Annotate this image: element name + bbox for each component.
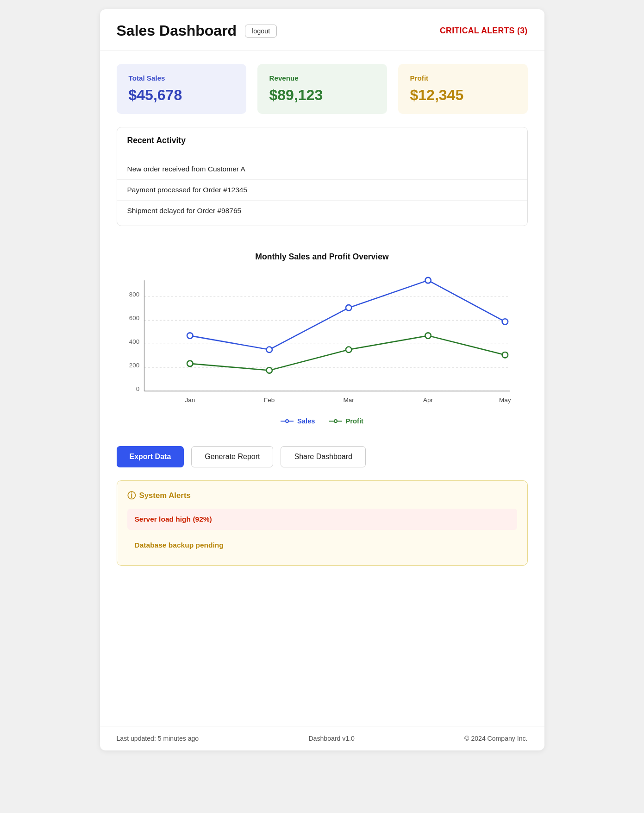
kpi-card-total-sales: Total Sales $45,678 [117, 64, 246, 114]
alert-row-1: Database backup pending [127, 535, 517, 556]
svg-point-25 [425, 333, 431, 338]
legend-sales: Sales [281, 417, 315, 425]
kpi-section: Total Sales $45,678 Revenue $89,123 Prof… [100, 51, 544, 127]
svg-text:Apr: Apr [423, 397, 433, 403]
page-wrapper: Sales Dashboard logout CRITICAL ALERTS (… [100, 9, 544, 750]
buttons-section: Export Data Generate Report Share Dashbo… [100, 446, 544, 480]
system-alerts-header: ⓘ System Alerts [127, 490, 517, 501]
legend-profit-line [329, 421, 342, 422]
chart-legend: Sales Profit [125, 417, 519, 425]
logout-button[interactable]: logout [245, 25, 277, 38]
svg-text:800: 800 [129, 291, 139, 298]
kpi-card-revenue: Revenue $89,123 [257, 64, 387, 114]
legend-profit: Profit [329, 417, 363, 425]
kpi-card-profit: Profit $12,345 [398, 64, 528, 114]
legend-sales-dot [285, 419, 289, 423]
alert-row-0: Server load high (92%) [127, 509, 517, 530]
svg-text:Mar: Mar [343, 397, 354, 403]
footer-last-updated: Last updated: 5 minutes ago [117, 735, 199, 742]
chart-section: Monthly Sales and Profit Overview 0 200 … [117, 239, 528, 433]
activity-item-1: Payment processed for Order #12345 [117, 180, 527, 201]
svg-text:May: May [499, 397, 511, 403]
header-left: Sales Dashboard logout [117, 22, 277, 39]
chart-container: 0 200 400 600 800 Jan Feb M [125, 271, 519, 410]
svg-text:200: 200 [129, 362, 139, 369]
critical-alerts-badge: CRITICAL ALERTS (3) [440, 26, 527, 36]
svg-point-20 [425, 277, 431, 283]
recent-activity-section: Recent Activity New order received from … [117, 127, 528, 226]
share-dashboard-button[interactable]: Share Dashboard [281, 446, 365, 467]
kpi-label-revenue: Revenue [269, 74, 375, 82]
svg-text:Jan: Jan [185, 397, 195, 403]
recent-activity-title: Recent Activity [117, 127, 527, 154]
footer-version: Dashboard v1.0 [308, 735, 354, 742]
kpi-label-total-sales: Total Sales [129, 74, 234, 82]
export-data-button[interactable]: Export Data [117, 446, 184, 467]
generate-report-button[interactable]: Generate Report [191, 446, 273, 467]
svg-point-19 [345, 305, 351, 310]
footer-copyright: © 2024 Company Inc. [464, 735, 527, 742]
activity-list: New order received from Customer A Payme… [117, 154, 527, 226]
svg-point-22 [187, 361, 193, 366]
kpi-label-profit: Profit [410, 74, 516, 82]
legend-sales-line [281, 421, 294, 422]
svg-point-23 [266, 367, 272, 373]
kpi-value-revenue: $89,123 [269, 87, 375, 104]
svg-text:0: 0 [136, 385, 139, 392]
alert-icon: ⓘ [127, 490, 136, 501]
kpi-value-profit: $12,345 [410, 87, 516, 104]
activity-item-2: Shipment delayed for Order #98765 [117, 201, 527, 221]
system-alerts-title: System Alerts [139, 491, 191, 500]
legend-profit-label: Profit [346, 417, 363, 425]
svg-point-24 [345, 347, 351, 353]
system-alerts-section: ⓘ System Alerts Server load high (92%) D… [117, 480, 528, 566]
kpi-value-total-sales: $45,678 [129, 87, 234, 104]
legend-profit-dot [334, 419, 338, 423]
header: Sales Dashboard logout CRITICAL ALERTS (… [100, 9, 544, 51]
page-title: Sales Dashboard [117, 22, 237, 39]
svg-point-26 [502, 352, 507, 358]
legend-sales-label: Sales [297, 417, 315, 425]
footer: Last updated: 5 minutes ago Dashboard v1… [100, 726, 544, 750]
svg-point-17 [187, 333, 193, 338]
svg-text:600: 600 [129, 315, 139, 321]
chart-title: Monthly Sales and Profit Overview [125, 252, 519, 262]
svg-point-21 [502, 319, 507, 324]
activity-item-0: New order received from Customer A [117, 159, 527, 180]
svg-text:Feb: Feb [264, 397, 275, 403]
svg-point-18 [266, 347, 272, 353]
svg-text:400: 400 [129, 338, 139, 345]
chart-svg: 0 200 400 600 800 Jan Feb M [125, 271, 519, 410]
